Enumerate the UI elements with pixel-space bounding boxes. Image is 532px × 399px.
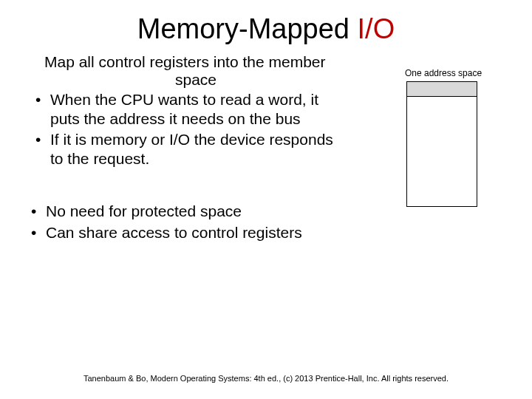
secondary-bullet-list: No need for protected space Can share ac…	[30, 201, 510, 243]
title-io: I/O	[358, 13, 395, 44]
list-item: Can share access to control registers	[30, 222, 510, 243]
diagram-shaded-region	[407, 82, 477, 97]
subtitle-line2: space	[44, 71, 347, 89]
slide-title: Memory-Mapped I/O	[0, 0, 532, 52]
address-space-diagram: One address space	[405, 68, 494, 207]
diagram-label: One address space	[405, 68, 494, 78]
diagram-box	[406, 81, 477, 207]
list-item: When the CPU wants to read a word, it pu…	[30, 90, 347, 129]
subtitle-line1: Map all control registers into the membe…	[44, 52, 347, 71]
list-item: If it is memory or I/O the device respon…	[30, 130, 347, 169]
title-main: Memory-Mapped	[137, 13, 358, 44]
footer-citation: Tanenbaum & Bo, Modern Operating Systems…	[0, 374, 532, 383]
